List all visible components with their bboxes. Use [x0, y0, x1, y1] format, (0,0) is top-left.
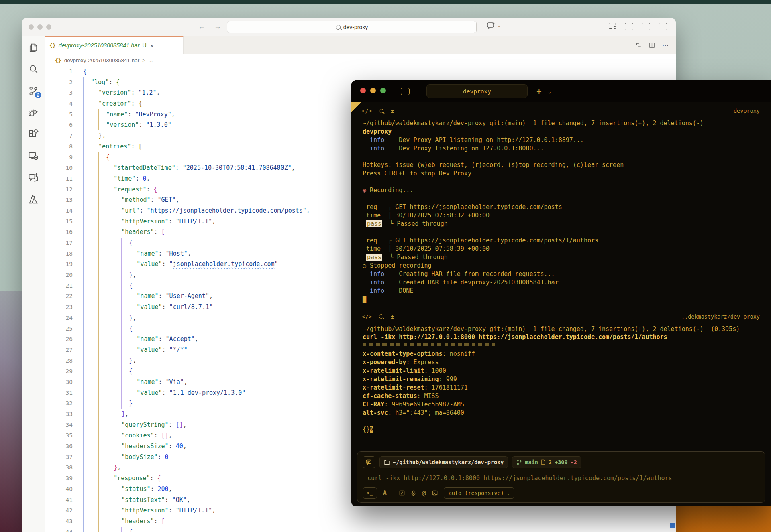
code-token: "bodySize": [121, 453, 157, 461]
terminal-text: info: [370, 270, 384, 278]
copilot-menu[interactable]: ⌄: [487, 22, 501, 29]
terminal-text: req ┌ GET https://jsonplaceholder.typico…: [363, 203, 562, 211]
code-token: ,: [212, 507, 216, 514]
indent-guide: [83, 527, 91, 532]
breadcrumb-file[interactable]: devproxy-20251030085841.har: [64, 57, 140, 63]
indent-guide: [91, 87, 98, 98]
code-token: "headersSize": [121, 443, 168, 450]
code-token: {: [83, 68, 87, 75]
code-block-icon[interactable]: </>: [362, 108, 372, 114]
block-expand-icon[interactable]: ±: [391, 108, 394, 114]
run-debug-icon[interactable]: [28, 107, 39, 118]
code-token: [: [161, 518, 165, 525]
indent-guide: [121, 366, 129, 377]
navigate-back-button[interactable]: ←: [198, 22, 205, 31]
git-status-pill[interactable]: main 2 +309 -2: [512, 456, 581, 468]
close-window-button[interactable]: [29, 24, 34, 30]
terminal-text: pass: [366, 254, 382, 261]
folder-icon: [384, 460, 390, 465]
block-header[interactable]: </>±devproxy: [351, 102, 771, 119]
code-token: "OK": [172, 496, 187, 504]
indent-guide: [106, 259, 114, 270]
minimize-window-button[interactable]: [37, 24, 43, 30]
toggle-secondary-sidebar-button[interactable]: [659, 23, 667, 30]
zoom-window-button[interactable]: [46, 24, 51, 30]
scrollbar-thumb[interactable]: [670, 523, 675, 528]
editor-tab-strip: {} devproxy-20251030085841.har U × ⋯: [45, 36, 676, 55]
terminal-body[interactable]: </>±devproxy~/github/waldekmastykarz/dev…: [351, 102, 771, 506]
terminal-window-controls[interactable]: [360, 88, 390, 95]
indent-guide: [83, 120, 91, 130]
zoom-window-button[interactable]: [380, 88, 386, 93]
close-tab-icon[interactable]: ×: [150, 42, 154, 49]
code-token: }: [98, 132, 102, 139]
code-token: :: [169, 218, 176, 225]
indent-guide: [106, 280, 114, 291]
block-context-label: ..dekmastykarz/dev-proxy: [681, 313, 760, 320]
indent-guide: [114, 323, 121, 334]
minimize-window-button[interactable]: [370, 88, 376, 93]
block-expand-icon[interactable]: ±: [391, 313, 394, 320]
command-center-search[interactable]: dev-proxy: [227, 21, 477, 33]
toggle-panel-button[interactable]: [642, 23, 650, 30]
block-search-icon[interactable]: [379, 109, 383, 113]
extensions-icon[interactable]: [28, 129, 39, 140]
indent-guide: [114, 238, 121, 248]
terminal-text: Press CTRL+C to stop Dev Proxy: [363, 170, 471, 177]
terminal-sidebar-toggle-icon[interactable]: [401, 88, 410, 95]
explorer-icon[interactable]: [28, 42, 39, 53]
microphone-icon[interactable]: [411, 490, 416, 496]
terminal-line: ○ Stopped recording: [351, 262, 771, 270]
code-token: ": [169, 260, 173, 268]
indent-guide: [98, 259, 106, 270]
ai-autocomplete-icon[interactable]: A: [383, 489, 387, 497]
code-token: ,: [209, 292, 213, 300]
run-block-icon[interactable]: [399, 490, 405, 496]
customize-layout-button[interactable]: [609, 23, 616, 30]
working-directory-pill[interactable]: ~/github/waldekmastykarz/dev-proxy: [379, 456, 508, 468]
command-input[interactable]: curl -ikx http://127.0.0.1:8000 https://…: [367, 475, 759, 482]
terminal-text: [363, 145, 370, 152]
attach-image-icon[interactable]: [432, 490, 438, 496]
navigate-forward-button[interactable]: →: [214, 22, 221, 31]
breadcrumb[interactable]: {} devproxy-20251030085841.har > ...: [45, 54, 676, 66]
toggle-primary-sidebar-button[interactable]: [625, 23, 633, 30]
line-number: 36: [45, 441, 83, 452]
indent-guide: [83, 430, 91, 441]
azure-icon[interactable]: [28, 194, 39, 205]
indent-guide: [106, 484, 114, 495]
warp-ai-chat-button[interactable]: [363, 456, 375, 468]
code-token: :: [159, 250, 166, 257]
more-actions-icon[interactable]: ⋯: [662, 41, 669, 49]
new-tab-button[interactable]: +: [536, 87, 542, 96]
indent-guide: [114, 388, 121, 398]
prompt-mode-icon[interactable]: >_: [363, 487, 377, 499]
source-control-icon[interactable]: 2: [28, 85, 39, 97]
tab-menu-chevron-icon[interactable]: ⌄: [548, 89, 551, 94]
window-controls[interactable]: [29, 24, 55, 31]
terminal-text: : 99695e691ec5b987-AMS: [384, 401, 464, 408]
search-sidebar-icon[interactable]: [28, 64, 39, 75]
split-editor-icon[interactable]: [649, 42, 655, 49]
remote-explorer-icon[interactable]: [28, 150, 39, 162]
copilot-chat-sidebar-icon[interactable]: [28, 172, 39, 183]
open-changes-icon[interactable]: [635, 42, 642, 49]
mode-selector[interactable]: auto (responsive) ⌄: [444, 487, 514, 499]
block-search-icon[interactable]: [379, 314, 383, 319]
indent-guide: [129, 248, 137, 259]
indent-guide: [106, 313, 114, 323]
line-number: 31: [45, 388, 83, 398]
indent-guide: [83, 313, 91, 323]
code-token: ,: [183, 421, 187, 428]
mention-icon[interactable]: @: [422, 489, 426, 497]
tab-har-file[interactable]: {} devproxy-20251030085841.har U ×: [45, 36, 184, 54]
line-number: 34: [45, 420, 83, 430]
block-header[interactable]: </>±..dekmastykarz/dev-proxy: [351, 308, 771, 325]
close-window-button[interactable]: [360, 88, 366, 93]
indent-guide: [121, 323, 129, 334]
code-token: "response": [114, 475, 150, 482]
code-block-icon[interactable]: </>: [362, 313, 372, 320]
terminal-input-panel[interactable]: ~/github/waldekmastykarz/dev-proxy main …: [357, 451, 765, 503]
terminal-tab[interactable]: devproxy: [426, 84, 528, 98]
breadcrumb-more[interactable]: ...: [148, 57, 153, 63]
